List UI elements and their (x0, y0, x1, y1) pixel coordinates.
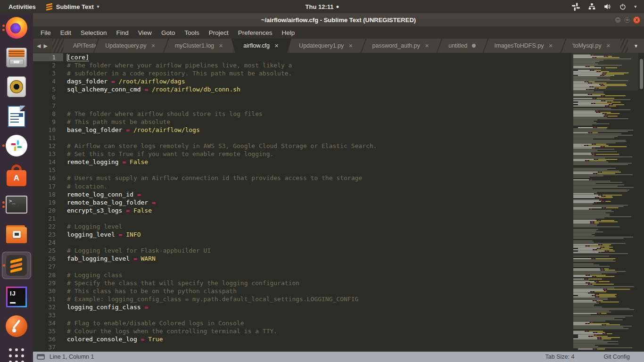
menu-preferences[interactable]: Preferences (233, 28, 277, 38)
code-editor[interactable]: 1[core]2# The folder where your airflow … (33, 53, 571, 352)
firefox-dock-icon[interactable] (2, 16, 31, 40)
code-line[interactable]: 36colored_console_log = True (33, 335, 571, 343)
code-line[interactable]: 16# Users must supply an Airflow connect… (33, 174, 571, 182)
close-tab-icon[interactable]: ✕ (606, 43, 611, 49)
code-line[interactable]: 37 (33, 343, 571, 351)
close-tab-icon[interactable]: ✕ (424, 43, 429, 49)
ubuntu-software-dock-icon[interactable]: A (2, 164, 31, 187)
slack-dock-icon[interactable] (2, 134, 31, 157)
title-bar[interactable]: ~/airflow/airflow.cfg - Sublime Text (UN… (33, 13, 644, 26)
code-line[interactable]: 33 (33, 311, 571, 319)
tab-myCluster1.log[interactable]: myCluster1.log✕ (165, 39, 233, 53)
code-line[interactable]: 21 (33, 214, 571, 222)
intellij-dock-icon[interactable]: IJ (2, 285, 31, 309)
menu-project[interactable]: Project (204, 28, 233, 38)
volume-icon[interactable] (603, 3, 611, 10)
close-tab-icon[interactable]: ✕ (150, 43, 156, 49)
syntax-button[interactable]: Git Config (603, 354, 630, 360)
power-icon[interactable] (619, 3, 627, 10)
code-line[interactable]: 15 (33, 166, 571, 174)
menu-view[interactable]: View (133, 28, 157, 38)
tab-toMysql.py[interactable]: 'toMysql.py✕ (563, 39, 620, 53)
code-line[interactable]: 19remote_base_log_folder = (33, 198, 571, 206)
tab-list-dropdown-button[interactable]: ▼ (628, 39, 644, 53)
tab-untitled[interactable]: untitled (439, 39, 485, 53)
code-line[interactable]: 28# Logging class (33, 271, 571, 279)
cursor-position-label[interactable]: Line 1, Column 1 (50, 354, 94, 360)
paint-app-dock-icon[interactable] (2, 314, 31, 338)
code-line[interactable]: 38# Log format for when Colored logs is … (33, 351, 571, 352)
tab-scroll-right-button[interactable]: ▶ (43, 43, 47, 49)
code-line[interactable]: 25# Logging level for Flask-appbuilder U… (33, 247, 571, 255)
scrollbar-track[interactable] (638, 53, 644, 352)
code-line[interactable]: 13# Set this to True if you want to enab… (33, 150, 571, 158)
code-line[interactable]: 4dags_folder = /root/airflow/dags (33, 77, 571, 85)
close-tab-icon[interactable]: ✕ (348, 43, 353, 49)
music-player-dock-icon[interactable] (2, 75, 31, 99)
code-line[interactable]: 26fab_logging_level = WARN (33, 255, 571, 263)
maximize-button[interactable]: ▢ (624, 16, 631, 24)
tab-scroll-left-button[interactable]: ◀ (37, 43, 41, 49)
network-icon[interactable] (588, 3, 596, 10)
slack-tray-icon[interactable] (571, 2, 580, 11)
code-line[interactable]: 12# Airflow can store logs remotely in A… (33, 142, 571, 150)
tab-APITesting.p[interactable]: APITesting.p (64, 39, 96, 53)
code-line[interactable]: 17# location. (33, 182, 571, 190)
app-indicator-menu[interactable]: Sublime Text ▾ (46, 3, 99, 10)
menu-selection[interactable]: Selection (76, 28, 112, 38)
close-button[interactable]: x (633, 16, 640, 24)
code-line[interactable]: 23logging_level = INFO (33, 230, 571, 239)
code-line[interactable]: 2# The folder where your airflow pipelin… (33, 61, 571, 69)
menu-file[interactable]: File (36, 28, 56, 38)
code-line[interactable]: 32logging_config_class = (33, 303, 571, 311)
scrollbar-thumb[interactable] (640, 59, 643, 89)
code-line[interactable]: 3# subfolder in a code repository. This … (33, 69, 571, 77)
code-line[interactable]: 31# Example: logging_config_class = my.p… (33, 295, 571, 303)
tab-ImagesToHDFS.py[interactable]: ImagesToHDFS.py✕ (485, 39, 563, 53)
code-line[interactable]: 10base_log_folder = /root/airflow/logs (33, 126, 571, 134)
code-line[interactable]: 24 (33, 239, 571, 247)
code-line[interactable]: 8# The folder where airflow should store… (33, 110, 571, 118)
tab-passwordauth.py[interactable]: password_auth.py✕ (363, 39, 439, 53)
code-line[interactable]: 22# Logging level (33, 222, 571, 230)
menu-tools[interactable]: Tools (180, 28, 204, 38)
menu-help[interactable]: Help (277, 28, 300, 38)
activities-button[interactable]: Activities (7, 1, 38, 12)
menu-find[interactable]: Find (112, 28, 133, 38)
terminal-dock-icon[interactable]: >_ (2, 193, 31, 216)
menu-edit[interactable]: Edit (56, 28, 76, 38)
panel-toggle-icon[interactable] (37, 354, 45, 360)
code-line[interactable]: 29# Specify the class that will specify … (33, 279, 571, 287)
show-applications-button[interactable] (2, 344, 31, 362)
code-line[interactable]: 27 (33, 263, 571, 271)
code-line[interactable]: 34# Flag to enable/disable Colored logs … (33, 319, 571, 327)
code-line[interactable]: 5sql_alchemy_conn_cmd = /root/airflow/db… (33, 85, 571, 93)
code-line[interactable]: 1[core] (33, 53, 571, 61)
close-tab-icon[interactable]: ✕ (218, 43, 223, 49)
minimap[interactable] (571, 53, 638, 352)
code-line[interactable]: 30# This class has to be on the python c… (33, 287, 571, 295)
file-cabinet-dock-icon[interactable] (2, 46, 31, 69)
modified-dot-icon[interactable] (472, 44, 476, 48)
sublime-text-dock-icon[interactable] (2, 252, 31, 279)
code-line[interactable]: 18remote_log_conn_id = (33, 190, 571, 198)
writer-dock-icon[interactable] (2, 105, 31, 128)
chevron-down-icon[interactable]: ▾ (634, 4, 636, 9)
tab-airflow.cfg[interactable]: airflow.cfg✕ (231, 39, 291, 53)
code-line[interactable]: 7 (33, 102, 571, 110)
remote-folder-dock-icon[interactable] (2, 222, 31, 246)
menu-goto[interactable]: Goto (157, 28, 180, 38)
code-line[interactable]: 9# This path must be absolute (33, 118, 571, 126)
tab-Updatequery.py[interactable]: Updatequery.py✕ (96, 39, 165, 53)
clock-menu[interactable]: Thu 12:11 (305, 3, 339, 10)
code-line[interactable]: 6 (33, 93, 571, 101)
close-tab-icon[interactable]: ✕ (548, 43, 553, 49)
code-line[interactable]: 35# Colour the logs when the controlling… (33, 327, 571, 335)
code-line[interactable]: 11 (33, 134, 571, 142)
close-tab-icon[interactable]: ✕ (274, 43, 279, 49)
code-line[interactable]: 20encrypt_s3_logs = False (33, 206, 571, 214)
code-line[interactable]: 14remote_logging = False (33, 158, 571, 166)
tab-Updatequery1.py[interactable]: Updatequery1.py✕ (289, 39, 363, 53)
tab-size-button[interactable]: Tab Size: 4 (545, 354, 575, 360)
system-tray[interactable]: ▾ (571, 2, 644, 11)
